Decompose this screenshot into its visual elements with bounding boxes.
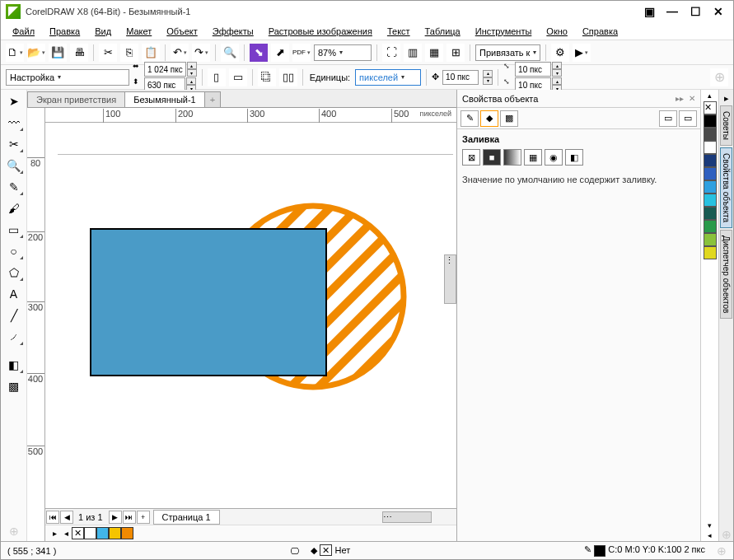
minimize-button[interactable]: — <box>662 4 682 19</box>
tab-welcome[interactable]: Экран приветствия <box>27 91 125 107</box>
palette-left[interactable]: ◂ <box>60 529 72 538</box>
palette-swatch[interactable] <box>704 180 717 194</box>
palette-expand[interactable]: ◂ <box>708 531 712 541</box>
palette-swatch[interactable] <box>704 154 717 167</box>
import-button[interactable]: ⬊ <box>250 44 268 62</box>
menu-object[interactable]: Объект <box>160 25 203 38</box>
polygon-tool[interactable]: ⬠ <box>3 263 25 282</box>
dup-x-field[interactable]: 10 пкс <box>515 62 551 77</box>
maximize-button[interactable]: ☐ <box>685 4 705 19</box>
menu-edit[interactable]: Правка <box>43 25 86 38</box>
sidetab-hints[interactable]: Советы <box>720 105 732 146</box>
current-page-button[interactable]: ▯▯ <box>279 68 297 86</box>
cut-button[interactable]: ✂ <box>99 44 117 62</box>
ruler-vertical[interactable]: 80 200 300 400 500 <box>27 108 45 541</box>
status-add[interactable]: ⊕ <box>717 544 727 558</box>
fill-indicator[interactable]: ◆ ✕ Нет <box>311 545 350 556</box>
menu-view[interactable]: Вид <box>88 25 118 38</box>
open-button[interactable]: 📂 <box>27 44 45 62</box>
tab-new[interactable]: + <box>204 91 221 107</box>
rectangle-tool[interactable]: ▭ <box>3 220 25 240</box>
grid-button[interactable]: ▦ <box>425 44 443 62</box>
vertical-scrollbar[interactable]: ⋮ <box>444 254 456 304</box>
fill-postscript[interactable]: ◧ <box>565 149 583 166</box>
page-tab-1[interactable]: Страница 1 <box>153 510 220 525</box>
artistic-media-tool[interactable]: 🖌 <box>3 198 25 218</box>
menu-tools[interactable]: Инструменты <box>469 25 539 38</box>
palette-swatch[interactable] <box>704 128 717 141</box>
palette-swatch[interactable] <box>704 246 717 259</box>
menu-effects[interactable]: Эффекты <box>206 25 260 38</box>
pick-tool[interactable]: ➤ <box>3 91 25 111</box>
close-button[interactable]: ✕ <box>708 4 728 19</box>
transparency-tool[interactable]: ▩ <box>3 376 25 396</box>
notification-icon[interactable]: ▣ <box>639 4 659 19</box>
zoom-tool[interactable]: 🔍 <box>3 156 25 175</box>
menu-layout[interactable]: Макет <box>119 25 158 38</box>
palette-swatch[interactable] <box>704 220 717 233</box>
docker-tab-fill[interactable]: ◆ <box>480 110 498 127</box>
menu-help[interactable]: Справка <box>576 25 624 38</box>
palette-swatch[interactable] <box>704 233 717 246</box>
docker-tab-transparency[interactable]: ▩ <box>500 110 518 127</box>
ruler-horizontal[interactable]: 100 200 300 400 500 пикселей <box>45 108 456 123</box>
page-last[interactable]: ⏭ <box>123 511 136 524</box>
copy-button[interactable]: ⎘ <box>120 44 138 62</box>
docker-collapse[interactable]: ▸▸ <box>676 94 684 103</box>
palette-swatch[interactable] <box>704 141 717 154</box>
docker-tab-b[interactable]: ▭ <box>679 110 697 127</box>
fill-uniform[interactable]: ■ <box>483 149 501 166</box>
palette-menu[interactable]: ▸ <box>49 529 60 538</box>
zoom-combo[interactable]: 87% <box>314 44 372 61</box>
nudge-field[interactable]: 10 пкс <box>442 70 479 85</box>
tab-document[interactable]: Безымянный-1 <box>124 91 205 107</box>
palette-swatch[interactable] <box>704 207 717 220</box>
redo-button[interactable]: ↷ <box>192 44 210 62</box>
strip-add[interactable]: ⊕ <box>722 528 732 541</box>
guides-button[interactable]: ⊞ <box>446 44 465 62</box>
color-proof-icon[interactable]: 🖵 <box>290 546 299 556</box>
options-button[interactable]: ⚙ <box>551 44 569 62</box>
page-width-field[interactable]: 1 024 пкс <box>144 62 186 77</box>
sidetab-object-properties[interactable]: Свойства объекта <box>720 147 732 228</box>
search-button[interactable]: 🔍 <box>221 44 239 62</box>
page-add[interactable]: + <box>137 511 150 524</box>
paste-button[interactable]: 📋 <box>142 44 160 62</box>
fill-fountain[interactable] <box>503 149 521 166</box>
palette-up[interactable]: ▴ <box>708 91 712 101</box>
page-next[interactable]: ▶ <box>109 511 122 524</box>
no-color-swatch[interactable]: ✕ <box>704 101 717 114</box>
no-fill-swatch[interactable]: ✕ <box>72 527 84 539</box>
menu-file[interactable]: Файл <box>6 25 41 38</box>
sidetab-object-manager[interactable]: Диспетчер объектов <box>720 230 732 319</box>
fill-texture[interactable]: ◉ <box>545 149 563 166</box>
swatch[interactable] <box>121 527 133 539</box>
swatch[interactable] <box>109 527 121 539</box>
connector-tool[interactable]: ⟋ <box>3 327 25 347</box>
palette-down[interactable]: ▾ <box>708 521 712 531</box>
palette-swatch[interactable] <box>704 114 717 128</box>
save-button[interactable]: 💾 <box>49 44 67 62</box>
toolbox-add[interactable]: ⊕ <box>3 521 25 541</box>
fill-none[interactable]: ⊠ <box>462 149 480 166</box>
add-button[interactable]: ⊕ <box>710 68 728 86</box>
crop-tool[interactable]: ✂ <box>3 134 25 154</box>
print-button[interactable]: 🖶 <box>70 44 88 62</box>
portrait-button[interactable]: ▯ <box>208 68 226 86</box>
undo-button[interactable]: ↶ <box>171 44 189 62</box>
swatch[interactable] <box>84 527 96 539</box>
freehand-tool[interactable]: ✎ <box>3 177 25 197</box>
launch-button[interactable]: ▶ <box>573 44 591 62</box>
page-prev[interactable]: ◀ <box>60 511 73 524</box>
shape-tool[interactable]: 〰 <box>3 113 25 133</box>
fill-pattern[interactable]: ▦ <box>524 149 542 166</box>
snap-combo[interactable]: Привязать к <box>475 44 540 61</box>
units-combo[interactable]: пикселей <box>355 69 421 86</box>
new-button[interactable]: 🗋 <box>6 44 24 62</box>
page-first[interactable]: ⏮ <box>46 511 59 524</box>
strip-arrow[interactable]: ▸ <box>724 93 729 104</box>
export-button[interactable]: ⬈ <box>271 44 289 62</box>
menu-table[interactable]: Таблица <box>418 25 467 38</box>
page-preset-combo[interactable]: Настройка <box>6 69 129 86</box>
menu-text[interactable]: Текст <box>381 25 417 38</box>
